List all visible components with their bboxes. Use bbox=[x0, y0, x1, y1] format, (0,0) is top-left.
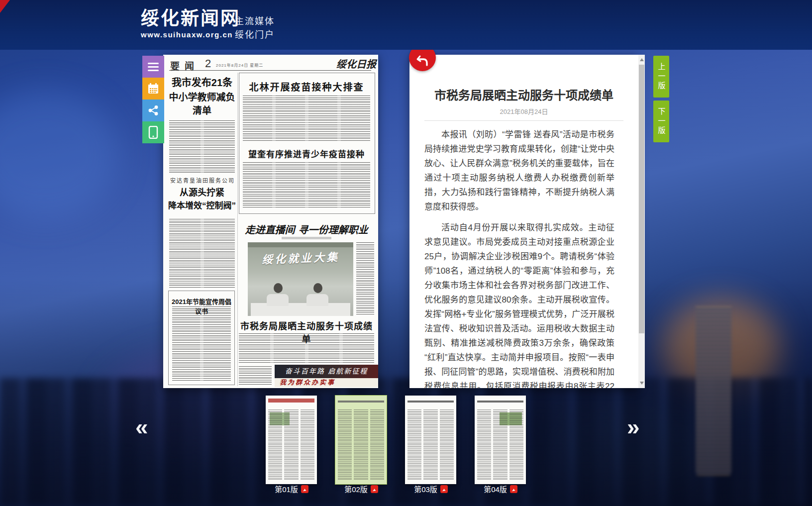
top-header-band: 绥化新闻网 www.suihuaxw.org.cn 主流媒体 绥化门户 bbox=[0, 0, 812, 50]
thumbnail-masthead bbox=[407, 401, 454, 403]
page-thumbnail-01[interactable] bbox=[266, 396, 317, 484]
article-headline-1b[interactable]: 中小学教师减负清单 bbox=[166, 90, 238, 116]
photo-banner-top bbox=[248, 242, 353, 247]
article-title: 市税务局展晒主动服务十项成绩单 bbox=[419, 86, 628, 103]
thumbnail-label-01[interactable]: 第01版 bbox=[257, 484, 326, 494]
mobile-button[interactable] bbox=[142, 121, 164, 143]
hamburger-icon bbox=[148, 61, 159, 73]
newsprint-text-block bbox=[243, 162, 370, 209]
pdf-icon[interactable] bbox=[301, 485, 308, 493]
share-icon bbox=[147, 104, 159, 116]
thumbnail-masthead bbox=[477, 401, 523, 403]
newsprint-text-block bbox=[169, 219, 235, 289]
newsprint-text-block bbox=[169, 120, 235, 173]
mobile-phone-icon bbox=[148, 126, 159, 139]
byline-bar bbox=[282, 237, 331, 239]
back-arrow-icon bbox=[416, 55, 429, 67]
article-paragraph: 本报讯（刘昉）“学雷锋 送春风”活动是市税务局持续推进党史学习教育成果转化，创建… bbox=[424, 127, 614, 214]
tagline-line2: 绥化门户 bbox=[235, 28, 275, 42]
tool-sidebar bbox=[142, 56, 164, 143]
share-button[interactable] bbox=[142, 100, 164, 121]
newsprint-text-block bbox=[172, 306, 231, 381]
thumbnail-text bbox=[407, 409, 454, 480]
site-tagline: 主流媒体 绥化门户 bbox=[235, 15, 275, 42]
article-headline-2[interactable]: 从源头拧紧 bbox=[169, 185, 235, 198]
page-root: 绥化新闻网 www.suihuaxw.org.cn 主流媒体 绥化门户 bbox=[0, 0, 812, 506]
page-thumbnail-04[interactable] bbox=[475, 396, 526, 484]
article-headline-2b[interactable]: 降本增效“控制阀” bbox=[165, 199, 239, 211]
pdf-icon[interactable] bbox=[371, 485, 378, 493]
newsprint-text-block bbox=[239, 333, 374, 363]
site-url: www.suihuaxw.org.cn bbox=[141, 30, 240, 39]
newsprint-text-block bbox=[239, 366, 272, 385]
pdf-icon[interactable] bbox=[440, 485, 448, 493]
photo-person bbox=[267, 283, 290, 306]
thumbnails-prev-arrow[interactable]: « bbox=[135, 417, 148, 437]
article-headline-5[interactable]: 望奎有序推进青少年疫苗接种 bbox=[239, 147, 374, 160]
newspaper-page: 要闻 2 2021年8月24日 星期二 绥化日报 我市发布21条 中小学教师减负… bbox=[163, 55, 378, 388]
tagline-line1: 主流媒体 bbox=[235, 15, 275, 28]
photo-banner-text: 绥化就业大集 bbox=[248, 247, 353, 267]
page-thumbnail-02-active[interactable] bbox=[335, 396, 387, 484]
site-title: 绥化新闻网 bbox=[141, 9, 240, 29]
pdf-icon[interactable] bbox=[510, 485, 517, 493]
photo-desk bbox=[251, 303, 350, 316]
next-edition-button[interactable]: 下一版 bbox=[653, 101, 669, 142]
news-photo[interactable]: 绥化就业大集 bbox=[248, 242, 353, 316]
article-date: 2021年08月24日 bbox=[419, 106, 628, 116]
previous-edition-button[interactable]: 上一版 bbox=[653, 56, 669, 98]
thumbnail-masthead bbox=[268, 399, 314, 403]
thumbnail-label-text: 第03版 bbox=[414, 484, 437, 494]
thumbnail-text bbox=[338, 409, 384, 480]
calendar-icon bbox=[147, 83, 159, 95]
thumbnail-label-text: 第04版 bbox=[484, 484, 507, 494]
thumbnails-next-arrow[interactable]: » bbox=[627, 417, 640, 437]
article-headline-6[interactable]: 走进直播间 寻一份理解职业 bbox=[239, 222, 374, 236]
newsprint-text-block bbox=[243, 96, 370, 142]
column-divider bbox=[237, 73, 238, 386]
title-divider bbox=[424, 120, 623, 121]
campaign-banner: 奋斗百年路 启航新征程 bbox=[275, 365, 378, 378]
thumbnail-label-03[interactable]: 第03版 bbox=[396, 484, 466, 494]
article-body: 本报讯（刘昉）“学雷锋 送春风”活动是市税务局持续推进党史学习教育成果转化，创建… bbox=[424, 127, 614, 388]
photo-person bbox=[306, 283, 329, 306]
scrollbar-thumb[interactable] bbox=[639, 65, 644, 333]
article-paragraph: 活动自4月份开展以来取得扎实成效。主动征求意见建议。市局党委成员主动对接重点税源… bbox=[424, 220, 614, 388]
scroll-down-button[interactable] bbox=[638, 379, 645, 387]
thumbnail-text bbox=[477, 409, 523, 480]
page-thumbnail-03[interactable] bbox=[405, 396, 456, 484]
campaign-banner-sub: 我为群众办实事 bbox=[275, 378, 378, 387]
thumbnail-label-02[interactable]: 第02版 bbox=[326, 484, 396, 494]
article-reader-panel: 市税务局展晒主动服务十项成绩单 2021年08月24日 本报讯（刘昉）“学雷锋 … bbox=[409, 55, 638, 388]
site-logo[interactable]: 绥化新闻网 www.suihuaxw.org.cn bbox=[141, 9, 240, 39]
newsprint-text-block bbox=[356, 242, 374, 316]
paper-date: 2021年8月24日 星期二 bbox=[216, 62, 263, 68]
thumbnail-masthead bbox=[338, 401, 384, 403]
thumbnail-text bbox=[268, 409, 314, 480]
triangle-down-icon bbox=[640, 382, 644, 385]
thumbnail-label-04[interactable]: 第04版 bbox=[466, 484, 535, 494]
article-headline-1[interactable]: 我市发布21条 bbox=[169, 75, 235, 89]
calendar-button[interactable] bbox=[142, 78, 164, 100]
background-glow bbox=[0, 90, 119, 219]
triangle-up-icon bbox=[640, 58, 644, 61]
article-headline-4[interactable]: 北林开展疫苗接种大排查 bbox=[239, 80, 374, 93]
article-kicker: 安达青垦油田服务公司 bbox=[170, 176, 235, 184]
thumbnail-label-text: 第01版 bbox=[275, 484, 298, 494]
reader-scrollbar[interactable] bbox=[638, 55, 645, 388]
lit-skyscraper-background bbox=[696, 306, 731, 475]
thumbnail-label-text: 第02版 bbox=[344, 484, 368, 494]
paper-masthead: 绥化日报 bbox=[336, 56, 376, 71]
page-number: 2 bbox=[205, 57, 211, 70]
corner-ribbon bbox=[0, 0, 10, 13]
scroll-up-button[interactable] bbox=[638, 56, 645, 64]
header-rule bbox=[169, 70, 371, 71]
menu-button[interactable] bbox=[142, 56, 164, 78]
